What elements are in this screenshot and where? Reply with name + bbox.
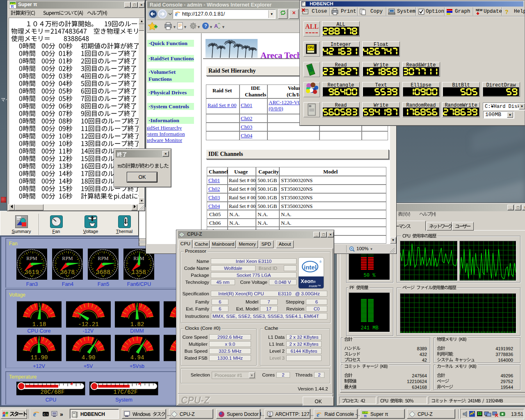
svg-text:1358: 1358 [132,269,146,276]
svg-text:3688: 3688 [96,269,110,276]
svg-text:1.18: 1.18 [32,321,46,328]
svg-text:4.90: 4.90 [82,354,96,361]
svg-text:RPM: RPM [98,256,108,261]
svg-text:4.94: 4.94 [130,354,144,361]
svg-text:▼: ▼ [197,25,201,29]
svg-text:®: ® [320,260,322,263]
svg-text:▼: ▼ [183,25,187,29]
svg-text:3678: 3678 [60,269,75,276]
svg-text:RPM: RPM [62,256,73,261]
svg-text:17C/62F: 17C/62F [114,389,138,395]
svg-text:A: A [214,23,218,29]
svg-text:▼: ▼ [209,25,213,29]
svg-text:RPM: RPM [26,256,37,261]
svg-text:▼: ▼ [221,25,225,29]
svg-text:inside™: inside™ [309,284,321,288]
svg-text:1.82: 1.82 [130,321,144,328]
svg-text:Xeon®: Xeon® [301,278,316,284]
svg-text:-12.21: -12.21 [78,321,98,328]
svg-text:?: ? [204,23,207,28]
svg-text:intel: intel [304,264,317,271]
svg-text:▼: ▼ [173,25,176,29]
svg-text:20C/68F: 20C/68F [41,389,65,395]
svg-text:11.90: 11.90 [30,354,48,361]
svg-text:3619: 3619 [25,269,39,276]
